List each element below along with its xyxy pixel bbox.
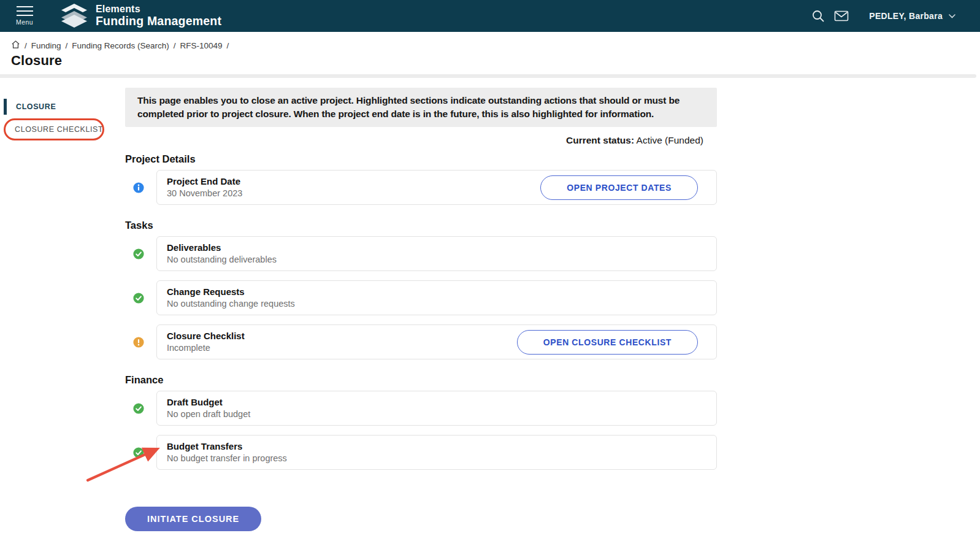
page-title: Closure <box>11 53 980 69</box>
card-text: Closure Checklist Incomplete <box>167 330 245 354</box>
elements-logo-icon <box>60 3 88 29</box>
card-subtitle: No budget transfer in progress <box>167 453 287 464</box>
page-head: / Funding / Funding Records (Search) / R… <box>0 32 980 69</box>
card-draft-budget: Draft Budget No open draft budget <box>156 391 717 426</box>
current-status: Current status: Active (Funded) <box>125 135 717 146</box>
sidebar: CLOSURE CLOSURE CHECKLIST <box>0 98 123 139</box>
card-row-closure-checklist: Closure Checklist Incomplete OPEN CLOSUR… <box>125 324 717 359</box>
breadcrumb-funding-records[interactable]: Funding Records (Search) <box>72 41 169 50</box>
status-icon-column <box>125 182 156 193</box>
breadcrumb-separator: / <box>25 41 27 50</box>
mail-icon[interactable] <box>832 7 851 25</box>
brand-line1: Elements <box>96 4 221 15</box>
card-subtitle: 30 November 2023 <box>167 188 242 199</box>
home-icon[interactable] <box>11 40 20 51</box>
card-change-requests: Change Requests No outstanding change re… <box>156 280 717 315</box>
card-text: Change Requests No outstanding change re… <box>167 286 295 310</box>
breadcrumb: / Funding / Funding Records (Search) / R… <box>11 40 980 51</box>
card-row-project-end-date: Project End Date 30 November 2023 OPEN P… <box>125 170 717 205</box>
breadcrumb-separator: / <box>174 41 176 50</box>
open-project-dates-button[interactable]: OPEN PROJECT DATES <box>540 175 698 200</box>
card-closure-checklist: Closure Checklist Incomplete OPEN CLOSUR… <box>156 324 717 359</box>
card-deliverables: Deliverables No outstanding deliverables <box>156 236 717 271</box>
breadcrumb-record-id[interactable]: RFS-10049 <box>180 41 222 50</box>
card-row-draft-budget: Draft Budget No open draft budget <box>125 391 717 426</box>
sidebar-item-label: CLOSURE <box>16 102 56 111</box>
card-title: Project End Date <box>167 175 242 188</box>
section-heading-finance: Finance <box>125 374 717 386</box>
status-icon-column <box>125 403 156 414</box>
card-text: Deliverables No outstanding deliverables <box>167 242 277 266</box>
brand-line2: Funding Management <box>96 15 221 28</box>
status-icon-column <box>125 337 156 348</box>
active-indicator <box>4 99 7 115</box>
card-subtitle: No outstanding change requests <box>167 298 295 310</box>
card-title: Deliverables <box>167 242 277 254</box>
status-icon-column <box>125 293 156 304</box>
breadcrumb-separator: / <box>226 41 229 50</box>
content: CLOSURE CLOSURE CHECKLIST This page enab… <box>0 88 980 531</box>
success-check-icon <box>133 293 144 304</box>
search-icon[interactable] <box>809 7 827 25</box>
breadcrumb-funding[interactable]: Funding <box>31 41 61 50</box>
card-project-end-date: Project End Date 30 November 2023 OPEN P… <box>156 170 717 205</box>
success-check-icon <box>133 248 144 259</box>
card-row-budget-transfers: Budget Transfers No budget transfer in p… <box>125 435 717 470</box>
card-row-deliverables: Deliverables No outstanding deliverables <box>125 236 717 271</box>
user-menu[interactable]: PEDLEY, Barbara <box>869 11 955 21</box>
card-subtitle: Incomplete <box>167 342 245 354</box>
card-title: Change Requests <box>167 286 295 298</box>
sidebar-item-closure[interactable]: CLOSURE <box>0 98 123 116</box>
info-icon <box>133 182 144 193</box>
menu-button[interactable]: Menu <box>12 6 37 26</box>
section-heading-project-details: Project Details <box>125 153 717 165</box>
status-value: Active (Funded) <box>637 135 703 145</box>
card-subtitle: No open draft budget <box>167 409 250 420</box>
warning-icon <box>133 337 144 348</box>
menu-label: Menu <box>16 18 33 26</box>
chevron-down-icon <box>949 14 955 18</box>
header-divider <box>0 74 976 78</box>
card-text: Budget Transfers No budget transfer in p… <box>167 440 287 464</box>
card-row-change-requests: Change Requests No outstanding change re… <box>125 280 717 315</box>
status-label: Current status: <box>566 135 634 145</box>
initiate-closure-button[interactable]: INITIATE CLOSURE <box>125 507 261 531</box>
card-title: Draft Budget <box>167 396 250 409</box>
card-title: Closure Checklist <box>167 330 245 342</box>
success-check-icon <box>133 403 144 414</box>
status-icon-column <box>125 447 156 458</box>
card-budget-transfers: Budget Transfers No budget transfer in p… <box>156 435 717 470</box>
success-check-icon <box>133 447 144 458</box>
hamburger-icon <box>17 6 33 16</box>
card-subtitle: No outstanding deliverables <box>167 254 277 266</box>
intro-message: This page enables you to close an active… <box>125 88 717 127</box>
sidebar-item-closure-checklist[interactable]: CLOSURE CHECKLIST <box>0 120 123 139</box>
card-text: Project End Date 30 November 2023 <box>167 175 242 199</box>
main-panel: This page enables you to close an active… <box>125 88 717 531</box>
card-text: Draft Budget No open draft budget <box>167 396 250 420</box>
brand-wordmark: Elements Funding Management <box>96 4 221 28</box>
section-heading-tasks: Tasks <box>125 220 717 231</box>
breadcrumb-separator: / <box>66 41 68 50</box>
open-closure-checklist-button[interactable]: OPEN CLOSURE CHECKLIST <box>517 330 698 355</box>
app-header: Menu Elements Funding Management PEDLEY,… <box>0 0 980 32</box>
card-title: Budget Transfers <box>167 440 287 453</box>
user-name: PEDLEY, Barbara <box>869 11 943 21</box>
status-icon-column <box>125 248 156 259</box>
sidebar-item-label: CLOSURE CHECKLIST <box>15 125 103 134</box>
